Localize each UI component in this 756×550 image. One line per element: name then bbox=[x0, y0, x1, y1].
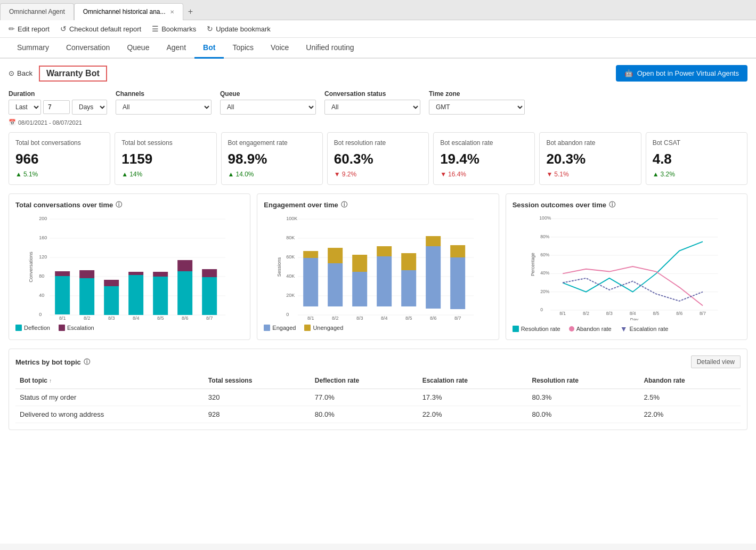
tab-unified-routing[interactable]: Unified routing bbox=[297, 38, 362, 59]
svg-text:8/6: 8/6 bbox=[182, 316, 189, 320]
up-arrow-icon: ▲ bbox=[121, 171, 128, 178]
tab-queue[interactable]: Queue bbox=[118, 38, 158, 59]
svg-text:80: 80 bbox=[39, 273, 44, 279]
chart-legend: Resolution rate Abandon rate ▼ Escalatio… bbox=[513, 325, 741, 333]
svg-text:0: 0 bbox=[286, 312, 289, 317]
engagement-chart: 100K 80K 60K 40K 20K 0 8/1 bbox=[264, 214, 492, 320]
duration-inputs: Last Days bbox=[9, 100, 107, 115]
filter-timezone: Time zone GMT bbox=[429, 90, 525, 115]
open-bot-button[interactable]: 🤖 Open bot in Power Virtual Agents bbox=[616, 65, 747, 82]
metrics-table-card: Metrics by bot topic ⓘ Detailed view Bot… bbox=[9, 349, 747, 430]
kpi-value: 19.4% bbox=[440, 151, 528, 167]
cell-deflection: 77.0% bbox=[311, 389, 418, 406]
cell-deflection: 80.0% bbox=[311, 406, 418, 423]
duration-value-input[interactable] bbox=[43, 100, 70, 114]
timezone-label: Time zone bbox=[429, 90, 525, 98]
kpi-value: 4.8 bbox=[653, 151, 741, 167]
close-icon[interactable]: ✕ bbox=[170, 9, 174, 15]
tab-conversation[interactable]: Conversation bbox=[58, 38, 119, 59]
cell-abandon: 22.0% bbox=[639, 406, 741, 423]
kpi-title: Bot escalation rate bbox=[440, 139, 528, 147]
tab-topics[interactable]: Topics bbox=[224, 38, 262, 59]
down-arrow-icon: ▼ bbox=[546, 171, 552, 178]
duration-unit-select[interactable]: Days bbox=[72, 100, 107, 115]
tab-bot[interactable]: Bot bbox=[194, 38, 224, 59]
svg-rect-66 bbox=[450, 245, 465, 257]
svg-text:40%: 40% bbox=[540, 270, 550, 276]
down-arrow-icon: ▼ bbox=[440, 171, 446, 178]
bookmarks-icon: ☰ bbox=[152, 25, 159, 33]
add-tab-button[interactable]: + bbox=[183, 4, 198, 19]
kpi-bot-csat: Bot CSAT 4.8 ▲ 3.2% bbox=[646, 132, 747, 185]
chart-legend: Deflection Escalation bbox=[15, 325, 243, 331]
table-row: Delivered to wrong address 928 80.0% 22.… bbox=[15, 406, 741, 423]
cell-sessions: 320 bbox=[204, 389, 311, 406]
svg-text:8/2: 8/2 bbox=[332, 316, 339, 320]
bookmarks-button[interactable]: ☰ Bookmarks bbox=[152, 25, 196, 33]
chart-total-conversations: Total conversations over time ⓘ 200 160 … bbox=[9, 193, 250, 340]
kpi-title: Bot abandon rate bbox=[546, 139, 634, 147]
kpi-bot-escalation-rate: Bot escalation rate 19.4% ▼ 16.4% bbox=[433, 132, 535, 185]
svg-rect-57 bbox=[377, 246, 392, 256]
cell-topic: Delivered to wrong address bbox=[15, 406, 204, 423]
kpi-total-bot-sessions: Total bot sessions 1159 ▲ 14% bbox=[115, 132, 216, 185]
nav-tabs: Summary Conversation Queue Agent Bot Top… bbox=[0, 38, 756, 59]
tab-summary[interactable]: Summary bbox=[9, 38, 58, 59]
edit-report-button[interactable]: ✏ Edit report bbox=[9, 25, 50, 33]
date-range: 📅 08/01/2021 - 08/07/2021 bbox=[9, 119, 747, 126]
queue-select[interactable]: All bbox=[220, 100, 316, 115]
timezone-select[interactable]: GMT bbox=[429, 100, 525, 115]
conversations-chart: 200 160 120 80 40 0 8/1 bbox=[15, 214, 243, 320]
open-bot-label: Open bot in Power Virtual Agents bbox=[637, 69, 739, 77]
svg-text:160: 160 bbox=[39, 235, 47, 240]
kpi-bot-resolution-rate: Bot resolution rate 60.3% ▼ 9.2% bbox=[327, 132, 429, 185]
duration-preset-select[interactable]: Last bbox=[9, 100, 41, 115]
col-total-sessions: Total sessions bbox=[204, 373, 311, 389]
legend-resolution-rate: Resolution rate bbox=[513, 325, 560, 333]
abandon-color bbox=[569, 326, 574, 331]
svg-text:8/6: 8/6 bbox=[676, 311, 682, 316]
svg-text:Percentage: Percentage bbox=[530, 253, 535, 276]
tab-omnichannel-agent[interactable]: Omnichannel Agent bbox=[0, 3, 74, 20]
kpi-total-bot-conversations: Total bot conversations 966 ▲ 5.1% bbox=[9, 132, 110, 185]
duration-label: Duration bbox=[9, 90, 107, 98]
checkout-report-button[interactable]: ↺ Checkout default report bbox=[60, 25, 141, 33]
svg-text:Conversations: Conversations bbox=[28, 252, 34, 282]
checkout-report-label: Checkout default report bbox=[69, 25, 141, 33]
bot-icon: 🤖 bbox=[624, 69, 633, 77]
date-range-text: 08/01/2021 - 08/07/2021 bbox=[18, 119, 82, 126]
detailed-view-button[interactable]: Detailed view bbox=[691, 355, 741, 368]
svg-text:80K: 80K bbox=[286, 235, 295, 240]
back-section: ⊙ Back Warranty Bot bbox=[9, 66, 107, 82]
svg-text:8/5: 8/5 bbox=[653, 311, 659, 316]
back-button[interactable]: ⊙ Back bbox=[9, 69, 32, 77]
svg-text:8/1: 8/1 bbox=[59, 316, 66, 320]
cell-topic: Status of my order bbox=[15, 389, 204, 406]
cell-abandon: 2.5% bbox=[639, 389, 741, 406]
tab-label: Omnichannel historical ana... bbox=[83, 8, 166, 15]
kpi-value: 98.9% bbox=[228, 151, 316, 167]
svg-text:8/2: 8/2 bbox=[583, 311, 589, 316]
svg-rect-54 bbox=[352, 255, 367, 272]
svg-rect-15 bbox=[79, 278, 94, 315]
update-bookmark-button[interactable]: ↻ Update bookmark bbox=[207, 25, 271, 33]
svg-rect-51 bbox=[328, 248, 343, 263]
tab-voice[interactable]: Voice bbox=[262, 38, 297, 59]
col-deflection-rate: Deflection rate bbox=[311, 373, 418, 389]
svg-text:8/3: 8/3 bbox=[606, 311, 612, 316]
svg-rect-30 bbox=[202, 277, 217, 315]
tab-agent[interactable]: Agent bbox=[158, 38, 194, 59]
info-icon: ⓘ bbox=[609, 200, 615, 209]
svg-text:20%: 20% bbox=[540, 289, 550, 294]
svg-rect-12 bbox=[55, 276, 70, 314]
tab-omnichannel-historical[interactable]: Omnichannel historical ana... ✕ bbox=[74, 3, 183, 20]
svg-rect-16 bbox=[79, 270, 94, 278]
cell-escalation: 17.3% bbox=[418, 389, 528, 406]
update-icon: ↻ bbox=[207, 25, 213, 33]
svg-rect-13 bbox=[55, 271, 70, 276]
conv-status-select[interactable]: All bbox=[324, 100, 420, 115]
conv-status-label: Conversation status bbox=[324, 90, 420, 98]
up-arrow-icon: ▲ bbox=[15, 171, 22, 178]
svg-text:8/6: 8/6 bbox=[430, 316, 437, 320]
channels-select[interactable]: All bbox=[116, 100, 212, 115]
